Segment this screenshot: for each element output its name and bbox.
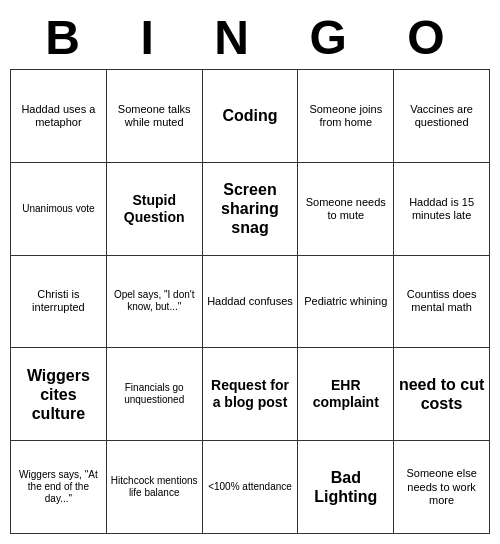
cell-r0-c3[interactable]: Someone joins from home [298, 70, 394, 163]
title-i: I [140, 10, 163, 65]
cell-r0-c1[interactable]: Someone talks while muted [106, 70, 202, 163]
cell-r1-c0[interactable]: Unanimous vote [11, 162, 107, 255]
title-o: O [407, 10, 454, 65]
title-n: N [214, 10, 259, 65]
cell-r4-c4[interactable]: Someone else needs to work more [394, 441, 490, 534]
cell-r1-c4[interactable]: Haddad is 15 minutes late [394, 162, 490, 255]
title-b: B [45, 10, 90, 65]
cell-r1-c3[interactable]: Someone needs to mute [298, 162, 394, 255]
cell-r2-c2[interactable]: Haddad confuses [202, 255, 298, 348]
cell-r2-c3[interactable]: Pediatric whining [298, 255, 394, 348]
cell-r1-c1[interactable]: Stupid Question [106, 162, 202, 255]
cell-r2-c1[interactable]: Opel says, "I don't know, but..." [106, 255, 202, 348]
bingo-title: B I N G O [10, 10, 490, 65]
bingo-grid: Haddad uses a metaphorSomeone talks whil… [10, 69, 490, 534]
cell-r0-c2[interactable]: Coding [202, 70, 298, 163]
title-g: G [309, 10, 356, 65]
cell-r3-c0[interactable]: Wiggers cites culture [11, 348, 107, 441]
cell-r3-c1[interactable]: Financials go unquestioned [106, 348, 202, 441]
cell-r0-c0[interactable]: Haddad uses a metaphor [11, 70, 107, 163]
cell-r1-c2[interactable]: Screen sharing snag [202, 162, 298, 255]
cell-r0-c4[interactable]: Vaccines are questioned [394, 70, 490, 163]
cell-r3-c2[interactable]: Request for a blog post [202, 348, 298, 441]
cell-r3-c4[interactable]: need to cut costs [394, 348, 490, 441]
cell-r4-c3[interactable]: Bad Lighting [298, 441, 394, 534]
cell-r3-c3[interactable]: EHR complaint [298, 348, 394, 441]
cell-r2-c4[interactable]: Countiss does mental math [394, 255, 490, 348]
cell-r4-c0[interactable]: Wiggers says, "At the end of the day..." [11, 441, 107, 534]
cell-r4-c2[interactable]: <100% attendance [202, 441, 298, 534]
cell-r2-c0[interactable]: Christi is interrupted [11, 255, 107, 348]
cell-r4-c1[interactable]: Hitchcock mentions life balance [106, 441, 202, 534]
